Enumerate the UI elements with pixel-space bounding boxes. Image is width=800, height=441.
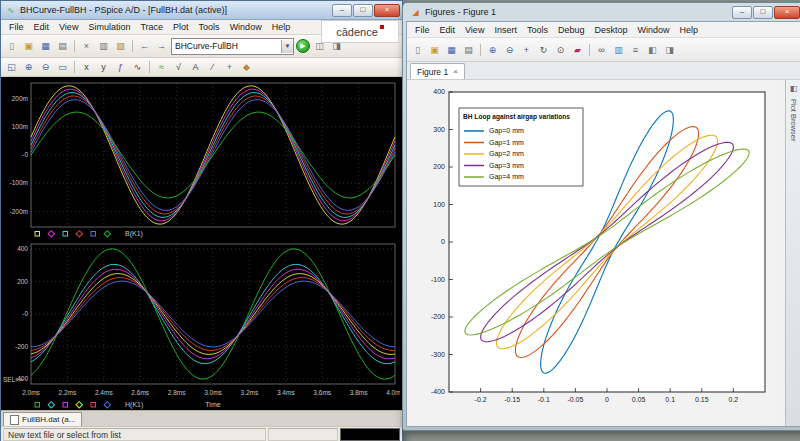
link-plot-button[interactable]: ∞ — [594, 42, 609, 57]
pan-button[interactable]: + — [519, 42, 534, 57]
matlab-menu-edit[interactable]: Edit — [435, 25, 461, 35]
pspice-maximize-button[interactable]: □ — [353, 4, 373, 17]
matlab-figure-toolbar: ▯▣▦▤⊕⊖+↻⊙▰∞▥≡◧◨ — [407, 38, 800, 62]
simulation-profile-combo[interactable]: BHCurve-FullBH▼ — [171, 38, 294, 55]
matlab-menu-tools[interactable]: Tools — [522, 25, 553, 35]
log-y-axis-button[interactable]: y — [96, 60, 111, 75]
show-plot-tools-button[interactable]: ◨ — [662, 42, 677, 57]
matlab-maximize-button[interactable]: □ — [753, 6, 773, 19]
matlab-titlebar[interactable]: ◢ Figures - Figure 1 – □ × — [406, 3, 800, 21]
new-figure-button[interactable]: ▯ — [410, 42, 425, 57]
zoom-fit-button[interactable]: ◱ — [4, 60, 19, 75]
selected-plot-marker[interactable]: SEL>> — [3, 376, 23, 383]
mark-data-points-button[interactable]: ◆ — [239, 60, 254, 75]
svg-text:200: 200 — [433, 163, 445, 170]
figure-tab-close-button[interactable]: × — [453, 67, 458, 76]
fourier-button[interactable]: ƒ — [113, 60, 128, 75]
zoom-in-button[interactable]: ⊕ — [21, 60, 36, 75]
svg-text:0.05: 0.05 — [632, 396, 646, 403]
matlab-menu-debug[interactable]: Debug — [553, 25, 590, 35]
cut-button[interactable]: × — [79, 39, 94, 54]
svg-text:2.4ms: 2.4ms — [95, 389, 113, 396]
pspice-menu-view[interactable]: View — [54, 22, 83, 32]
pspice-menu-trace[interactable]: Trace — [135, 22, 168, 32]
hide-plot-tools-button[interactable]: ◧ — [645, 42, 660, 57]
new-file-button[interactable]: ▯ — [4, 39, 19, 54]
svg-text:Gap=4 mm: Gap=4 mm — [489, 173, 524, 181]
open-file-button[interactable]: ▣ — [21, 39, 36, 54]
toggle-cursor-button[interactable]: + — [222, 60, 237, 75]
pspice-menu-edit[interactable]: Edit — [29, 22, 55, 32]
svg-text:4.0ms: 4.0ms — [386, 389, 400, 396]
figure-tab[interactable]: Figure 1 × — [410, 63, 465, 79]
matlab-menu-help[interactable]: Help — [675, 25, 704, 35]
pspice-document-tab[interactable]: FullBH.dat (a... — [3, 412, 82, 426]
data-cursor-button[interactable]: ⊙ — [553, 42, 568, 57]
open-file-button[interactable]: ▣ — [427, 42, 442, 57]
print-button[interactable]: ▤ — [55, 39, 70, 54]
link-plot-icon: ∞ — [598, 45, 604, 55]
zoom-area-button[interactable]: ▭ — [55, 60, 70, 75]
pspice-titlebar[interactable]: ∿ BHCurve-FullBH - PSpice A/D - [FullBH.… — [1, 1, 402, 20]
svg-text:3.6ms: 3.6ms — [313, 389, 331, 396]
plot-browser-sidebar[interactable]: ◧ Plot Browser — [785, 80, 800, 426]
paste-button[interactable]: ▧ — [113, 39, 128, 54]
insert-legend-button[interactable]: ≡ — [628, 42, 643, 57]
matlab-minimize-button[interactable]: – — [732, 6, 752, 19]
insert-text-label-button[interactable]: A — [188, 60, 203, 75]
pspice-menu-simulation[interactable]: Simulation — [83, 22, 135, 32]
chart-legend[interactable]: BH Loop against airgap variationsGap=0 m… — [459, 108, 583, 186]
add-trace-button[interactable]: ≈ — [154, 60, 169, 75]
run-simulation-button[interactable]: ▶ — [296, 39, 310, 53]
save-figure-button[interactable]: ▦ — [444, 42, 459, 57]
pspice-minimize-button[interactable]: – — [332, 4, 352, 17]
pspice-menu-help[interactable]: Help — [267, 22, 296, 32]
brush-button[interactable]: ▰ — [570, 42, 585, 57]
insert-colorbar-button[interactable]: ▥ — [611, 42, 626, 57]
pspice-close-button[interactable]: × — [374, 4, 400, 17]
eval-goal-function-button[interactable]: √ — [171, 60, 186, 75]
save-file-icon: ▦ — [41, 41, 50, 51]
svg-text:3.0ms: 3.0ms — [204, 389, 222, 396]
performance-analysis-button[interactable]: ∿ — [130, 60, 145, 75]
svg-text:Gap=3 mm: Gap=3 mm — [489, 162, 524, 170]
save-file-button[interactable]: ▦ — [38, 39, 53, 54]
matlab-menu-window[interactable]: Window — [632, 25, 674, 35]
pspice-menu-plot[interactable]: Plot — [168, 22, 194, 32]
zoom-in-button[interactable]: ⊕ — [485, 42, 500, 57]
rotate-3d-button[interactable]: ↻ — [536, 42, 551, 57]
pspice-waveform-chart[interactable]: 200m100m-0-100m-200mB(K1)400200-0-200-40… — [1, 77, 400, 410]
svg-text:Gap=1 mm: Gap=1 mm — [489, 139, 524, 147]
toolbar-separator — [149, 61, 150, 73]
print-figure-button[interactable]: ▤ — [461, 42, 476, 57]
svg-text:2.8ms: 2.8ms — [168, 389, 186, 396]
svg-text:100m: 100m — [12, 123, 28, 130]
matlab-menu-view[interactable]: View — [460, 25, 489, 35]
combo-dropdown-icon[interactable]: ▼ — [281, 40, 293, 53]
svg-text:3.8ms: 3.8ms — [350, 389, 368, 396]
matlab-menubar: FileEditViewInsertToolsDebugDesktopWindo… — [407, 22, 800, 38]
undo-button[interactable]: ← — [137, 39, 152, 54]
matlab-close-button[interactable]: × — [774, 6, 800, 19]
bh-loop-chart[interactable]: -0.2-0.15-0.1-0.0500.050.10.150.2-400-30… — [407, 80, 777, 423]
svg-text:-100: -100 — [431, 276, 445, 283]
pspice-menu-file[interactable]: File — [4, 22, 29, 32]
figure-tab-label: Figure 1 — [417, 67, 448, 77]
copy-button[interactable]: ▥ — [96, 39, 111, 54]
svg-text:300: 300 — [433, 126, 445, 133]
insert-line-button[interactable]: ∕ — [205, 60, 220, 75]
log-x-axis-button[interactable]: x — [79, 60, 94, 75]
mark-data-points-icon: ◆ — [243, 62, 250, 72]
matlab-menu-file[interactable]: File — [410, 25, 435, 35]
pspice-menu-tools[interactable]: Tools — [194, 22, 225, 32]
matlab-menu-desktop[interactable]: Desktop — [589, 25, 632, 35]
zoom-out-button[interactable]: ⊖ — [502, 42, 517, 57]
pspice-plot-area: 200m100m-0-100m-200mB(K1)400200-0-200-40… — [1, 77, 402, 410]
zoom-out-button[interactable]: ⊖ — [38, 60, 53, 75]
matlab-window-controls: – □ × — [732, 6, 800, 19]
document-icon — [10, 415, 19, 425]
pspice-menu-window[interactable]: Window — [225, 22, 267, 32]
matlab-menu-insert[interactable]: Insert — [489, 25, 522, 35]
redo-button[interactable]: → — [154, 39, 169, 54]
svg-text:3.4ms: 3.4ms — [277, 389, 295, 396]
